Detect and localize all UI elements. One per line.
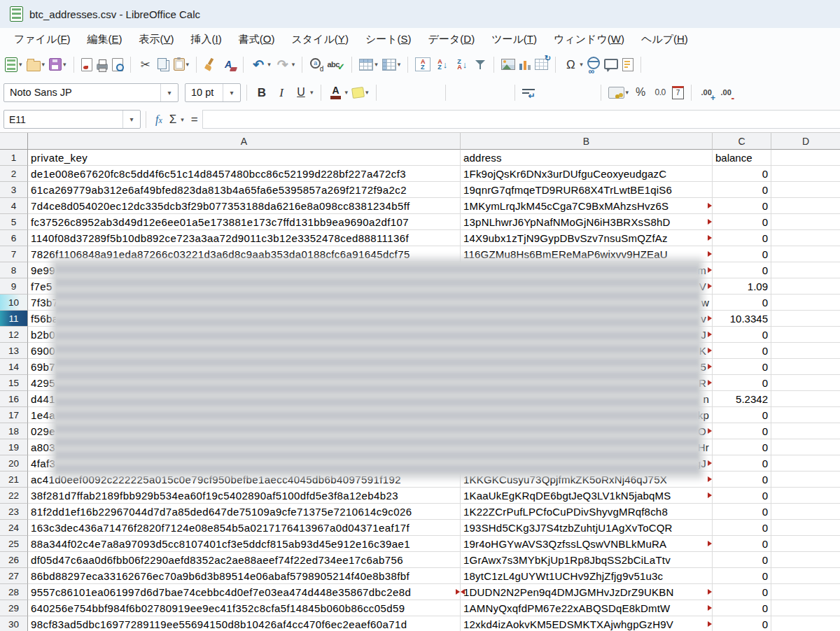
menu-item-E[interactable]: 編集(E) [79,30,131,49]
cell-A24[interactable]: 163c3dec436a71476f2820f7124e08e854b5a021… [28,520,461,536]
cell-B7[interactable]: 116GZMu8Hs6BmEReMaP6wixvv9HZEaU [461,246,713,262]
cell-C14[interactable]: 0 [713,359,771,375]
cell-B4[interactable]: 1MKymLrqJkM45cCga7C9BxMAhzsHvz6S [461,198,713,214]
cell-B14[interactable]: 5 [461,359,713,375]
font-color-button[interactable]: A▾ [327,83,350,102]
paste-button[interactable]: ▾ [172,56,191,73]
row-header-21[interactable]: 21 [0,472,28,488]
cell-D20[interactable] [771,455,840,472]
cell-C12[interactable]: 0 [713,327,771,343]
cell-D22[interactable] [771,488,840,504]
insert-image-button[interactable] [500,57,517,72]
cell-C4[interactable]: 0 [713,198,771,214]
column-header-B[interactable]: B [461,133,713,150]
chevron-down-icon[interactable]: ▾ [267,61,271,68]
column-button[interactable]: ▾ [381,57,402,73]
cut-button[interactable]: ✂ [136,55,155,74]
row-header-5[interactable]: 5 [0,214,28,230]
cell-A23[interactable]: 81f2dd1ef16b22967044d7d7a85ded647de75109… [28,504,461,520]
name-box[interactable]: E11 ▾ [4,110,141,129]
row-header-13[interactable]: 13 [0,343,28,359]
cell-D18[interactable] [771,423,840,439]
cell-C13[interactable]: 0 [713,343,771,359]
cell-C15[interactable]: 0 [713,375,771,391]
spelling-button[interactable]: abc✓ [326,55,346,74]
row-header-17[interactable]: 17 [0,407,28,423]
cell-C29[interactable]: 0 [713,600,771,616]
chevron-down-icon[interactable]: ▾ [292,61,295,68]
cell-B11[interactable]: v [461,311,713,327]
cell-A16[interactable]: d441 [28,391,461,407]
align-left-button[interactable] [382,83,400,102]
cell-B9[interactable]: V [461,278,713,295]
cell-A13[interactable]: 6900 [28,343,461,359]
menu-item-O[interactable]: 書式(O) [230,30,284,49]
column-header-A[interactable]: A [28,133,461,150]
row-header-6[interactable]: 6 [0,230,28,246]
cell-C16[interactable]: 5.2342 [713,391,771,407]
find-replace-button[interactable] [308,55,325,73]
cell-A22[interactable]: 38f281d7ffab2189fbb929b534ea60f19c540289… [28,488,461,504]
column-header-C[interactable]: C [713,133,771,150]
merge-cells-button[interactable] [557,83,575,102]
cell-A20[interactable]: 4faf3 [28,455,461,472]
cell-D29[interactable] [771,600,840,616]
cell-B5[interactable]: 13pNLhwrJ6YpNafNMoGjN6iH3BRXsS8hD [461,214,713,230]
menu-item-I[interactable]: 挿入(I) [183,30,230,49]
cell-D8[interactable] [771,262,840,278]
cell-C1[interactable]: balance [713,150,771,166]
cell-D7[interactable] [771,246,840,262]
number-format-button[interactable]: 0.0 [651,83,669,102]
cell-B30[interactable]: 12xkd4izAokvKM5EDSMKTXAjwhgpGzH9V [461,616,713,631]
cell-C21[interactable]: 0 [713,472,771,488]
cell-A8[interactable]: 9e99 [28,262,461,278]
cell-C8[interactable]: 0 [713,262,771,278]
chevron-down-icon[interactable]: ▾ [310,89,314,96]
cell-D23[interactable] [771,504,840,520]
cell-C25[interactable]: 0 [713,536,771,552]
cell-B18[interactable]: 3O [461,423,713,439]
chevron-down-icon[interactable]: ▾ [63,61,66,68]
text-box-button[interactable] [621,56,635,73]
function-wizard-icon[interactable]: fx [151,113,167,126]
copy-button[interactable] [156,56,171,73]
merge-center-cells-button[interactable] [538,83,556,102]
hyperlink-button[interactable] [586,57,601,71]
menu-item-H[interactable]: ヘルプ(H) [633,30,696,49]
cell-D12[interactable] [771,327,840,343]
cell-B21[interactable]: 1KKGKCusyu73QpjfmkZK5oRxNj46qJ75X [461,472,713,488]
row-header-2[interactable]: 2 [0,166,28,182]
currency-format-button[interactable]: ▾ [607,85,631,101]
row-header-15[interactable]: 15 [0,375,28,391]
equals-icon[interactable]: = [184,113,202,127]
row-header-30[interactable]: 30 [0,616,28,631]
cell-C30[interactable]: 0 [713,616,771,631]
delete-decimal-button[interactable]: .00 [717,83,735,102]
cell-C5[interactable]: 0 [713,214,771,230]
menu-item-D[interactable]: データ(D) [420,30,484,49]
sum-icon[interactable]: Σ [167,113,180,127]
wrap-text-button[interactable] [521,86,536,99]
highlight-color-button[interactable]: ▾ [351,85,370,100]
select-all-corner[interactable] [0,133,28,150]
cell-C7[interactable]: 0 [713,246,771,262]
clear-formatting-button[interactable]: A [219,55,237,74]
chevron-down-icon[interactable]: ▾ [186,61,190,68]
row-header-25[interactable]: 25 [0,536,28,552]
menu-item-F[interactable]: ファイル(F) [6,30,79,49]
cell-C27[interactable]: 0 [713,568,771,584]
cell-C11[interactable]: 10.3345 [713,311,771,327]
cell-A3[interactable]: 61ca269779ab312e6af49bfed823da813b4a65fa… [28,182,461,198]
menu-item-W[interactable]: ウィンドウ(W) [545,30,633,49]
chevron-down-icon[interactable]: ▾ [365,89,369,96]
row-header-7[interactable]: 7 [0,246,28,262]
cell-A10[interactable]: 7f3b7 [28,295,461,311]
align-right-button[interactable] [421,83,440,102]
date-format-button[interactable]: 7 [671,84,685,101]
cell-D3[interactable] [771,182,840,198]
cell-D25[interactable] [771,536,840,552]
sort-button[interactable]: AZ [414,55,432,73]
menu-item-T[interactable]: ツール(T) [483,30,545,49]
cell-D11[interactable] [771,311,840,327]
comment-button[interactable] [603,58,620,71]
